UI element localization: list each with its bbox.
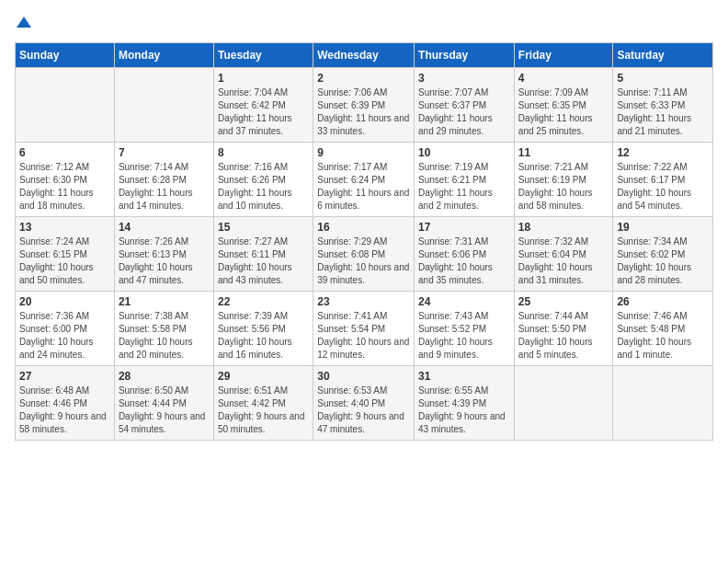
day-detail: Sunrise: 7:26 AM Sunset: 6:13 PM Dayligh… — [119, 236, 210, 287]
logo — [15, 15, 31, 33]
calendar-cell: 28Sunrise: 6:50 AM Sunset: 4:44 PM Dayli… — [114, 366, 213, 441]
calendar-cell: 11Sunrise: 7:21 AM Sunset: 6:19 PM Dayli… — [514, 143, 613, 217]
calendar-cell: 29Sunrise: 6:51 AM Sunset: 4:42 PM Dayli… — [213, 366, 313, 441]
calendar-week-row: 1Sunrise: 7:04 AM Sunset: 6:42 PM Daylig… — [16, 68, 713, 143]
day-number: 20 — [19, 295, 110, 308]
calendar-cell: 23Sunrise: 7:41 AM Sunset: 5:54 PM Dayli… — [313, 292, 415, 366]
calendar-cell: 6Sunrise: 7:12 AM Sunset: 6:30 PM Daylig… — [16, 143, 115, 217]
day-detail: Sunrise: 7:31 AM Sunset: 6:06 PM Dayligh… — [418, 236, 510, 287]
calendar-cell: 9Sunrise: 7:17 AM Sunset: 6:24 PM Daylig… — [313, 143, 415, 217]
calendar-cell: 18Sunrise: 7:32 AM Sunset: 6:04 PM Dayli… — [514, 217, 613, 292]
calendar-cell — [114, 68, 213, 143]
day-number: 28 — [119, 370, 210, 383]
svg-marker-0 — [17, 17, 31, 28]
day-number: 7 — [119, 146, 210, 159]
day-detail: Sunrise: 7:19 AM Sunset: 6:21 PM Dayligh… — [418, 161, 510, 213]
calendar-cell — [16, 68, 115, 143]
day-detail: Sunrise: 7:44 AM Sunset: 5:50 PM Dayligh… — [518, 310, 609, 362]
day-detail: Sunrise: 7:43 AM Sunset: 5:52 PM Dayligh… — [418, 310, 510, 362]
day-number: 9 — [317, 146, 410, 159]
calendar-cell: 20Sunrise: 7:36 AM Sunset: 6:00 PM Dayli… — [16, 292, 115, 366]
day-detail: Sunrise: 7:04 AM Sunset: 6:42 PM Dayligh… — [218, 86, 309, 138]
day-number: 2 — [317, 72, 410, 85]
logo-bird-icon — [17, 15, 31, 29]
day-number: 6 — [19, 146, 110, 159]
calendar-header-row: SundayMondayTuesdayWednesdayThursdayFrid… — [16, 43, 713, 68]
day-number: 24 — [418, 295, 510, 308]
calendar-cell: 16Sunrise: 7:29 AM Sunset: 6:08 PM Dayli… — [313, 217, 415, 292]
calendar-cell: 15Sunrise: 7:27 AM Sunset: 6:11 PM Dayli… — [213, 217, 313, 292]
calendar-cell: 30Sunrise: 6:53 AM Sunset: 4:40 PM Dayli… — [313, 366, 415, 441]
day-detail: Sunrise: 6:50 AM Sunset: 4:44 PM Dayligh… — [119, 385, 210, 436]
day-detail: Sunrise: 6:53 AM Sunset: 4:40 PM Dayligh… — [317, 385, 410, 436]
day-detail: Sunrise: 7:17 AM Sunset: 6:24 PM Dayligh… — [317, 161, 410, 213]
calendar-cell: 5Sunrise: 7:11 AM Sunset: 6:33 PM Daylig… — [613, 68, 713, 143]
day-number: 23 — [317, 295, 410, 308]
day-detail: Sunrise: 6:55 AM Sunset: 4:39 PM Dayligh… — [418, 385, 510, 436]
header-friday: Friday — [514, 43, 613, 68]
day-detail: Sunrise: 7:29 AM Sunset: 6:08 PM Dayligh… — [317, 236, 410, 287]
day-number: 27 — [19, 370, 110, 383]
day-detail: Sunrise: 7:06 AM Sunset: 6:39 PM Dayligh… — [317, 86, 410, 138]
day-number: 3 — [418, 72, 510, 85]
day-number: 17 — [418, 221, 510, 234]
calendar-table: SundayMondayTuesdayWednesdayThursdayFrid… — [15, 42, 713, 441]
calendar-cell: 10Sunrise: 7:19 AM Sunset: 6:21 PM Dayli… — [415, 143, 515, 217]
header-tuesday: Tuesday — [213, 43, 313, 68]
calendar-cell: 17Sunrise: 7:31 AM Sunset: 6:06 PM Dayli… — [415, 217, 515, 292]
header-sunday: Sunday — [16, 43, 115, 68]
day-number: 26 — [617, 295, 709, 308]
day-number: 10 — [418, 146, 510, 159]
calendar-cell: 19Sunrise: 7:34 AM Sunset: 6:02 PM Dayli… — [613, 217, 713, 292]
day-number: 4 — [518, 72, 609, 85]
calendar-cell: 14Sunrise: 7:26 AM Sunset: 6:13 PM Dayli… — [114, 217, 213, 292]
header-thursday: Thursday — [415, 43, 515, 68]
day-number: 5 — [617, 72, 709, 85]
day-number: 30 — [317, 370, 410, 383]
header-monday: Monday — [114, 43, 213, 68]
day-detail: Sunrise: 7:09 AM Sunset: 6:35 PM Dayligh… — [518, 86, 609, 138]
calendar-week-row: 6Sunrise: 7:12 AM Sunset: 6:30 PM Daylig… — [16, 143, 713, 217]
day-detail: Sunrise: 7:12 AM Sunset: 6:30 PM Dayligh… — [19, 161, 110, 213]
day-number: 14 — [119, 221, 210, 234]
calendar-cell: 22Sunrise: 7:39 AM Sunset: 5:56 PM Dayli… — [213, 292, 313, 366]
day-detail: Sunrise: 7:27 AM Sunset: 6:11 PM Dayligh… — [218, 236, 309, 287]
day-detail: Sunrise: 7:07 AM Sunset: 6:37 PM Dayligh… — [418, 86, 510, 138]
day-detail: Sunrise: 7:14 AM Sunset: 6:28 PM Dayligh… — [119, 161, 210, 213]
day-detail: Sunrise: 7:22 AM Sunset: 6:17 PM Dayligh… — [617, 161, 709, 213]
calendar-cell: 21Sunrise: 7:38 AM Sunset: 5:58 PM Dayli… — [114, 292, 213, 366]
day-detail: Sunrise: 7:36 AM Sunset: 6:00 PM Dayligh… — [19, 310, 110, 362]
calendar-cell: 4Sunrise: 7:09 AM Sunset: 6:35 PM Daylig… — [514, 68, 613, 143]
header-wednesday: Wednesday — [313, 43, 415, 68]
calendar-week-row: 20Sunrise: 7:36 AM Sunset: 6:00 PM Dayli… — [16, 292, 713, 366]
calendar-cell: 26Sunrise: 7:46 AM Sunset: 5:48 PM Dayli… — [613, 292, 713, 366]
day-detail: Sunrise: 7:39 AM Sunset: 5:56 PM Dayligh… — [218, 310, 309, 362]
calendar-week-row: 27Sunrise: 6:48 AM Sunset: 4:46 PM Dayli… — [16, 366, 713, 441]
day-number: 25 — [518, 295, 609, 308]
day-number: 15 — [218, 221, 309, 234]
day-number: 12 — [617, 146, 709, 159]
day-detail: Sunrise: 7:34 AM Sunset: 6:02 PM Dayligh… — [617, 236, 709, 287]
calendar-cell: 7Sunrise: 7:14 AM Sunset: 6:28 PM Daylig… — [114, 143, 213, 217]
day-detail: Sunrise: 7:38 AM Sunset: 5:58 PM Dayligh… — [119, 310, 210, 362]
day-number: 21 — [119, 295, 210, 308]
day-number: 16 — [317, 221, 410, 234]
day-detail: Sunrise: 7:32 AM Sunset: 6:04 PM Dayligh… — [518, 236, 609, 287]
calendar-cell: 3Sunrise: 7:07 AM Sunset: 6:37 PM Daylig… — [415, 68, 515, 143]
day-number: 11 — [518, 146, 609, 159]
day-detail: Sunrise: 6:48 AM Sunset: 4:46 PM Dayligh… — [19, 385, 110, 436]
calendar-cell: 13Sunrise: 7:24 AM Sunset: 6:15 PM Dayli… — [16, 217, 115, 292]
day-detail: Sunrise: 7:46 AM Sunset: 5:48 PM Dayligh… — [617, 310, 709, 362]
day-detail: Sunrise: 7:41 AM Sunset: 5:54 PM Dayligh… — [317, 310, 410, 362]
day-number: 18 — [518, 221, 609, 234]
day-number: 29 — [218, 370, 309, 383]
calendar-cell: 24Sunrise: 7:43 AM Sunset: 5:52 PM Dayli… — [415, 292, 515, 366]
calendar-cell: 1Sunrise: 7:04 AM Sunset: 6:42 PM Daylig… — [213, 68, 313, 143]
day-detail: Sunrise: 7:16 AM Sunset: 6:26 PM Dayligh… — [218, 161, 309, 213]
day-number: 8 — [218, 146, 309, 159]
calendar-cell: 2Sunrise: 7:06 AM Sunset: 6:39 PM Daylig… — [313, 68, 415, 143]
calendar-cell — [613, 366, 713, 441]
calendar-cell: 12Sunrise: 7:22 AM Sunset: 6:17 PM Dayli… — [613, 143, 713, 217]
day-number: 13 — [19, 221, 110, 234]
day-number: 31 — [418, 370, 510, 383]
